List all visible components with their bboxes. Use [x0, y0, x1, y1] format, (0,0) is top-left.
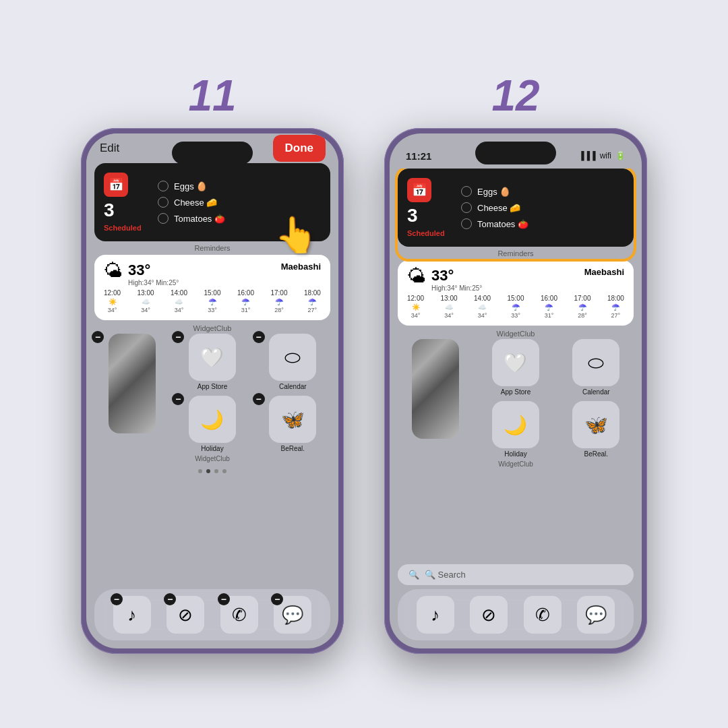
bereal-icon-11[interactable]: 🦋: [269, 396, 316, 443]
weather-sub-11: High:34° Min:25°: [128, 279, 179, 286]
dock-phone-11[interactable]: − ✆: [220, 596, 258, 634]
reminder-circle-12-0: [461, 186, 472, 197]
wh-2: 14:00☁️34°: [171, 289, 187, 313]
search-icon-12: 🔍: [408, 570, 419, 580]
reminders-count-11: 3: [104, 200, 151, 221]
calendar-icon-11[interactable]: ⬭: [269, 334, 316, 381]
app-store-label-11: App Store: [198, 383, 227, 390]
reminders-items-12: Eggs 🥚 Cheese 🧀 Tomatoes 🍅: [461, 178, 624, 237]
reminders-widget-12: 📅 3 Scheduled Eggs 🥚: [398, 169, 634, 247]
page-dots-11: [94, 465, 330, 477]
marble-icon-11[interactable]: [109, 334, 156, 433]
weather-sub-12: High:34° Min:25°: [431, 284, 482, 292]
wh2-1: 13:00☁️34°: [440, 295, 457, 319]
wh-3: 15:00☂️33°: [204, 289, 220, 313]
holiday-icon-12[interactable]: 🌙: [492, 401, 539, 448]
weather-city-12: Maebashi: [584, 267, 624, 277]
weather-top-12: 🌤 33° High:34° Min:25° Maebashi: [407, 267, 624, 292]
minus-badge-calendar[interactable]: −: [253, 331, 265, 343]
weather-info-12: 33° High:34° Min:25°: [431, 267, 482, 292]
app-store-icon-12[interactable]: 🤍: [492, 339, 539, 386]
marble-wrap-11: −: [94, 334, 169, 452]
done-button[interactable]: Done: [274, 135, 326, 161]
wh-4: 16:00☂️31°: [237, 289, 254, 313]
minus-badge-marble[interactable]: −: [92, 331, 104, 343]
search-label-12: 🔍 Search: [425, 570, 466, 580]
weather-hours-11: 12:00☀️34° 13:00☁️34° 14:00☁️34° 15:00☂️…: [104, 289, 321, 313]
dock-phone-12[interactable]: ✆: [524, 596, 562, 634]
dock-music-11[interactable]: − ♪: [113, 596, 151, 634]
reminder-item-1: Cheese 🧀: [158, 197, 321, 208]
minus-badge-dock-music[interactable]: −: [111, 593, 123, 605]
reminder-item-12-1: Cheese 🧀: [461, 202, 624, 213]
minus-badge-dock-compass[interactable]: −: [164, 593, 176, 605]
wh2-3: 15:00☂️33°: [507, 295, 524, 319]
bereal-label-11: BeReal.: [281, 445, 305, 452]
marble-icon-12[interactable]: [412, 339, 459, 439]
step-11: 11 Edit Done 📅: [81, 74, 344, 654]
search-bar-12[interactable]: 🔍 🔍 Search: [398, 564, 634, 585]
reminder-item-0: Eggs 🥚: [158, 181, 321, 191]
bereal-wrap-11: − 🦋 BeReal.: [255, 396, 330, 452]
reminders-icon-11: 📅: [104, 173, 128, 197]
dot-3: [222, 469, 226, 473]
wh2-2: 14:00☁️34°: [474, 295, 491, 319]
minus-badge-dock-phone[interactable]: −: [218, 593, 230, 605]
dock-messages-12[interactable]: 💬: [577, 596, 615, 634]
marble-wrap-12: [398, 339, 473, 458]
widgetclub-app-label-11: WidgetClub: [94, 455, 330, 462]
dynamic-island-11: [172, 142, 253, 164]
reminder-item-12-2: Tomatoes 🍅: [461, 218, 624, 229]
wh2-6: 18:00☂️27°: [607, 295, 624, 319]
minus-badge-holiday[interactable]: −: [172, 393, 184, 405]
reminders-icon-12: 📅: [407, 178, 431, 202]
reminders-scheduled-12: Scheduled: [407, 229, 454, 237]
app-store-icon-11[interactable]: 🤍: [189, 334, 236, 381]
weather-temp-11: 33°: [128, 262, 179, 279]
minus-badge-dock-msg[interactable]: −: [271, 593, 283, 605]
reminders-left-12: 📅 3 Scheduled: [407, 178, 454, 237]
holiday-wrap-11: − 🌙 Holiday: [175, 396, 249, 452]
edit-label: Edit: [100, 142, 119, 155]
signal-icon: ▐▐▐: [578, 151, 596, 160]
step-number-11: 11: [188, 74, 236, 117]
dock-music-12[interactable]: ♪: [417, 596, 454, 634]
step-12: 12 11:21 ▐▐▐ wifi 🔋: [384, 74, 647, 654]
wh-5: 17:00☂️28°: [270, 289, 287, 313]
reminder-circle-1: [158, 197, 169, 208]
dock-messages-11[interactable]: − 💬: [274, 596, 311, 634]
calendar-icon-12[interactable]: ⬭: [572, 339, 619, 386]
wh2-4: 16:00☂️31°: [541, 295, 557, 319]
holiday-icon-11[interactable]: 🌙: [189, 396, 236, 443]
apps-grid-11: − 🤍 App Store − ⬭ Calendar −: [94, 334, 330, 452]
widgetclub-label-11: WidgetClub: [94, 323, 330, 334]
widgets-area-12: 📅 3 Scheduled Eggs 🥚: [390, 169, 642, 562]
wh2-0: 12:00☀️34°: [407, 295, 424, 319]
reminder-circle-0: [158, 181, 169, 191]
minus-badge-bereal[interactable]: −: [253, 393, 265, 405]
reminder-item-12-0: Eggs 🥚: [461, 186, 624, 197]
wh2-5: 17:00☂️28°: [574, 295, 590, 319]
reminders-widget-wrap-12: 📅 3 Scheduled Eggs 🥚: [398, 169, 634, 259]
minus-badge-appstore[interactable]: −: [172, 331, 184, 343]
dot-2: [214, 469, 218, 473]
status-icons-12: ▐▐▐ wifi 🔋: [578, 151, 626, 160]
wh-6: 18:00☂️27°: [304, 289, 321, 313]
reminders-scheduled-11: Scheduled: [104, 224, 151, 232]
weather-temp-12: 33°: [431, 267, 482, 284]
weather-info-11: 33° High:34° Min:25°: [128, 262, 179, 286]
weather-icon-11: 🌤: [104, 262, 123, 280]
weather-top-11: 🌤 33° High:34° Min:25° Maebashi: [104, 262, 321, 286]
wifi-icon: wifi: [600, 151, 611, 160]
weather-left-11: 🌤 33° High:34° Min:25°: [104, 262, 179, 286]
weather-widget-12: 🌤 33° High:34° Min:25° Maebashi 12:00☀️3…: [398, 260, 634, 326]
dock-compass-12[interactable]: ⊘: [470, 596, 508, 634]
dock-compass-11[interactable]: − ⊘: [166, 596, 204, 634]
bereal-icon-12[interactable]: 🦋: [572, 401, 619, 448]
widgetclub-label-12: WidgetClub: [398, 328, 634, 339]
holiday-label-11: Holiday: [201, 445, 223, 452]
holiday-label-12: Holiday: [504, 450, 526, 458]
reminders-count-12: 3: [407, 205, 454, 226]
wh-1: 13:00☁️34°: [137, 289, 154, 313]
app-store-wrap-11: − 🤍 App Store: [175, 334, 249, 390]
